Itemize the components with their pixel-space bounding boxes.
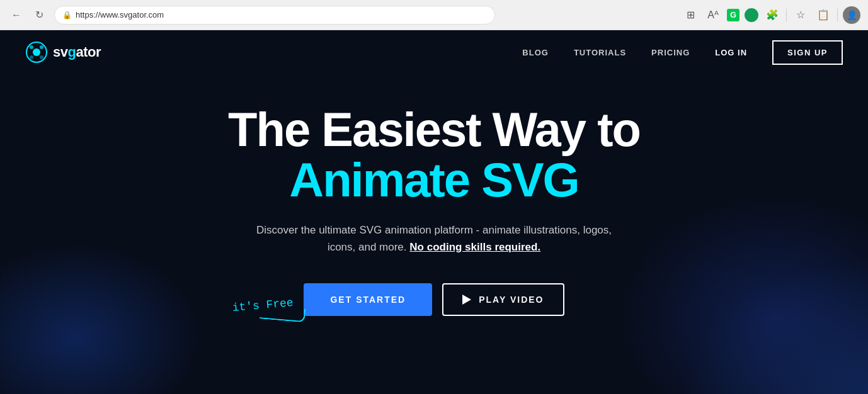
divider2	[837, 9, 838, 21]
ext-green-icon[interactable]: G	[727, 9, 740, 21]
logo-g-part: g	[67, 44, 76, 60]
favorites-button[interactable]: ☆	[792, 6, 809, 24]
collections-button[interactable]: 📋	[814, 6, 832, 24]
play-video-label: PLAY VIDEO	[479, 295, 544, 305]
nav-blog[interactable]: BLOG	[522, 48, 549, 57]
its-free-annotation: it's Free	[221, 295, 306, 325]
nav-login[interactable]: LOG IN	[715, 48, 747, 57]
logo[interactable]: svgator	[25, 41, 101, 64]
play-triangle-icon	[462, 295, 471, 305]
browser-controls: ← ↻	[8, 6, 48, 24]
profile-button[interactable]: 👤	[843, 6, 860, 24]
navbar: svgator BLOG TUTORIALS PRICING LOG IN SI…	[0, 30, 868, 74]
nav-pricing[interactable]: PRICING	[651, 48, 690, 57]
ext-blue-icon[interactable]	[745, 8, 758, 22]
get-started-button[interactable]: GET STARTED	[304, 283, 432, 316]
font-settings-button[interactable]: Aᴬ	[704, 6, 722, 24]
browser-chrome: ← ↻ 🔒 https://www.svgator.com ⊞ Aᴬ G 🧩 ☆…	[0, 0, 868, 30]
hero-title-line2: Animate SVG	[289, 154, 578, 206]
play-video-button[interactable]: PLAY VIDEO	[442, 283, 564, 316]
svg-point-2	[30, 45, 33, 49]
browser-actions: ⊞ Aᴬ G 🧩 ☆ 📋 👤	[682, 6, 860, 24]
address-bar[interactable]: 🔒 https://www.svgator.com	[54, 6, 495, 25]
logo-ator-part: ator	[76, 44, 101, 60]
url-text: https://www.svgator.com	[76, 10, 164, 20]
nav-links: BLOG TUTORIALS PRICING LOG IN SIGN UP	[522, 40, 843, 65]
lock-icon: 🔒	[62, 11, 72, 20]
svg-point-4	[30, 55, 33, 59]
puzzle-button[interactable]: 🧩	[763, 6, 781, 24]
nav-signup[interactable]: SIGN UP	[772, 40, 843, 65]
logo-svg-part: sv	[53, 44, 67, 60]
hero-title-line1: The Easiest Way to	[228, 106, 640, 154]
website-content: svgator BLOG TUTORIALS PRICING LOG IN SI…	[0, 30, 868, 394]
logo-svg-icon	[25, 41, 48, 64]
divider	[786, 9, 787, 21]
extensions-button[interactable]: ⊞	[682, 6, 699, 24]
hero-subtitle: Discover the ultimate SVG animation plat…	[245, 222, 623, 256]
back-button[interactable]: ←	[8, 6, 25, 24]
hero-subtitle-bold: No coding skills required.	[409, 241, 540, 253]
refresh-button[interactable]: ↻	[30, 6, 48, 24]
nav-tutorials[interactable]: TUTORIALS	[574, 48, 626, 57]
svg-point-1	[33, 48, 40, 56]
hero-cta: it's Free GET STARTED PLAY VIDEO	[304, 283, 564, 316]
svg-point-3	[40, 45, 43, 49]
hero-section: The Easiest Way to Animate SVG Discover …	[0, 74, 868, 316]
svg-point-5	[40, 55, 43, 59]
logo-text: svgator	[53, 44, 101, 60]
